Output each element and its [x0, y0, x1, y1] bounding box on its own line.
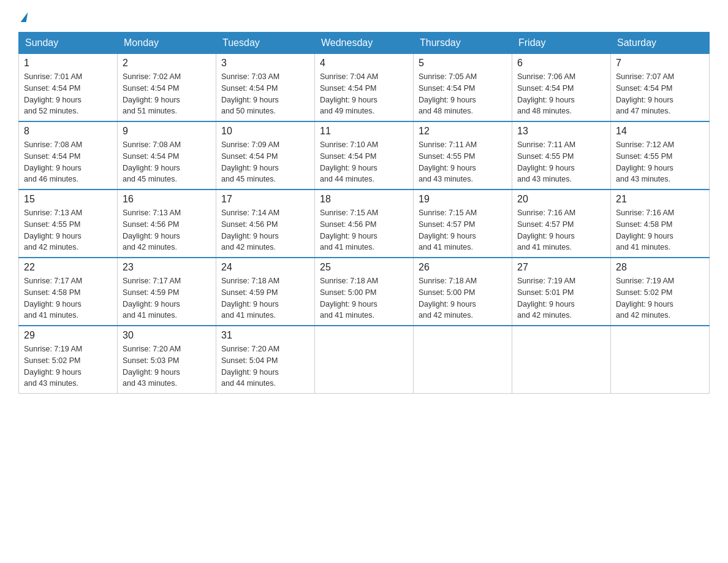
day-number: 19 [419, 194, 507, 205]
calendar-cell: 16 Sunrise: 7:13 AM Sunset: 4:56 PM Dayl… [118, 190, 216, 258]
day-number: 12 [419, 126, 507, 137]
calendar-cell [315, 326, 414, 394]
day-info: Sunrise: 7:02 AM Sunset: 4:54 PM Dayligh… [123, 71, 211, 117]
day-number: 23 [123, 262, 211, 273]
day-info: Sunrise: 7:11 AM Sunset: 4:55 PM Dayligh… [517, 139, 605, 185]
calendar-cell: 24 Sunrise: 7:18 AM Sunset: 4:59 PM Dayl… [216, 258, 315, 326]
day-number: 20 [517, 194, 605, 205]
calendar-cell: 18 Sunrise: 7:15 AM Sunset: 4:56 PM Dayl… [315, 190, 414, 258]
calendar-dow-monday: Monday [118, 33, 216, 54]
day-number: 7 [616, 58, 704, 69]
calendar-cell: 10 Sunrise: 7:09 AM Sunset: 4:54 PM Dayl… [216, 121, 315, 190]
day-number: 18 [320, 194, 408, 205]
day-info: Sunrise: 7:15 AM Sunset: 4:57 PM Dayligh… [419, 207, 507, 253]
calendar-week-4: 22 Sunrise: 7:17 AM Sunset: 4:58 PM Dayl… [19, 258, 710, 326]
day-info: Sunrise: 7:14 AM Sunset: 4:56 PM Dayligh… [221, 207, 309, 253]
day-number: 1 [24, 58, 112, 69]
day-number: 8 [24, 126, 112, 137]
calendar-week-5: 29 Sunrise: 7:19 AM Sunset: 5:02 PM Dayl… [19, 326, 710, 394]
calendar-cell: 14 Sunrise: 7:12 AM Sunset: 4:55 PM Dayl… [611, 121, 710, 190]
day-number: 10 [221, 126, 309, 137]
day-number: 24 [221, 262, 309, 273]
calendar-cell: 31 Sunrise: 7:20 AM Sunset: 5:04 PM Dayl… [216, 326, 315, 394]
day-number: 16 [123, 194, 211, 205]
day-info: Sunrise: 7:20 AM Sunset: 5:04 PM Dayligh… [221, 343, 309, 389]
calendar-cell: 2 Sunrise: 7:02 AM Sunset: 4:54 PM Dayli… [118, 54, 216, 122]
day-number: 27 [517, 262, 605, 273]
day-number: 29 [24, 330, 112, 341]
day-number: 9 [123, 126, 211, 137]
calendar-cell: 27 Sunrise: 7:19 AM Sunset: 5:01 PM Dayl… [512, 258, 611, 326]
calendar-cell: 3 Sunrise: 7:03 AM Sunset: 4:54 PM Dayli… [216, 54, 315, 122]
calendar-cell: 13 Sunrise: 7:11 AM Sunset: 4:55 PM Dayl… [512, 121, 611, 190]
calendar-dow-tuesday: Tuesday [216, 33, 315, 54]
calendar-dow-thursday: Thursday [414, 33, 512, 54]
calendar-dow-friday: Friday [512, 33, 611, 54]
calendar-cell: 1 Sunrise: 7:01 AM Sunset: 4:54 PM Dayli… [19, 54, 118, 122]
day-info: Sunrise: 7:10 AM Sunset: 4:54 PM Dayligh… [320, 139, 408, 185]
day-info: Sunrise: 7:19 AM Sunset: 5:01 PM Dayligh… [517, 275, 605, 321]
calendar-cell: 4 Sunrise: 7:04 AM Sunset: 4:54 PM Dayli… [315, 54, 414, 122]
day-info: Sunrise: 7:09 AM Sunset: 4:54 PM Dayligh… [221, 139, 309, 185]
day-info: Sunrise: 7:20 AM Sunset: 5:03 PM Dayligh… [123, 343, 211, 389]
calendar-cell: 20 Sunrise: 7:16 AM Sunset: 4:57 PM Dayl… [512, 190, 611, 258]
day-number: 31 [221, 330, 309, 341]
day-info: Sunrise: 7:06 AM Sunset: 4:54 PM Dayligh… [517, 71, 605, 117]
day-info: Sunrise: 7:16 AM Sunset: 4:57 PM Dayligh… [517, 207, 605, 253]
day-info: Sunrise: 7:13 AM Sunset: 4:56 PM Dayligh… [123, 207, 211, 253]
day-info: Sunrise: 7:15 AM Sunset: 4:56 PM Dayligh… [320, 207, 408, 253]
calendar-cell: 8 Sunrise: 7:08 AM Sunset: 4:54 PM Dayli… [19, 121, 118, 190]
calendar-cell: 26 Sunrise: 7:18 AM Sunset: 5:00 PM Dayl… [414, 258, 512, 326]
day-number: 28 [616, 262, 704, 273]
day-number: 6 [517, 58, 605, 69]
day-number: 21 [616, 194, 704, 205]
calendar-cell: 15 Sunrise: 7:13 AM Sunset: 4:55 PM Dayl… [19, 190, 118, 258]
day-info: Sunrise: 7:19 AM Sunset: 5:02 PM Dayligh… [616, 275, 704, 321]
day-info: Sunrise: 7:12 AM Sunset: 4:55 PM Dayligh… [616, 139, 704, 185]
calendar-cell: 23 Sunrise: 7:17 AM Sunset: 4:59 PM Dayl… [118, 258, 216, 326]
day-number: 17 [221, 194, 309, 205]
calendar-cell: 28 Sunrise: 7:19 AM Sunset: 5:02 PM Dayl… [611, 258, 710, 326]
page-header [18, 12, 710, 20]
calendar-cell [512, 326, 611, 394]
day-number: 11 [320, 126, 408, 137]
calendar-cell [414, 326, 512, 394]
day-info: Sunrise: 7:18 AM Sunset: 4:59 PM Dayligh… [221, 275, 309, 321]
day-number: 15 [24, 194, 112, 205]
day-info: Sunrise: 7:05 AM Sunset: 4:54 PM Dayligh… [419, 71, 507, 117]
day-info: Sunrise: 7:18 AM Sunset: 5:00 PM Dayligh… [320, 275, 408, 321]
calendar-dow-sunday: Sunday [19, 33, 118, 54]
day-number: 22 [24, 262, 112, 273]
day-info: Sunrise: 7:08 AM Sunset: 4:54 PM Dayligh… [123, 139, 211, 185]
day-info: Sunrise: 7:11 AM Sunset: 4:55 PM Dayligh… [419, 139, 507, 185]
calendar-cell: 29 Sunrise: 7:19 AM Sunset: 5:02 PM Dayl… [19, 326, 118, 394]
logo [18, 12, 27, 20]
calendar-week-2: 8 Sunrise: 7:08 AM Sunset: 4:54 PM Dayli… [19, 121, 710, 190]
calendar-cell: 25 Sunrise: 7:18 AM Sunset: 5:00 PM Dayl… [315, 258, 414, 326]
day-info: Sunrise: 7:08 AM Sunset: 4:54 PM Dayligh… [24, 139, 112, 185]
day-number: 26 [419, 262, 507, 273]
day-number: 5 [419, 58, 507, 69]
calendar-cell: 5 Sunrise: 7:05 AM Sunset: 4:54 PM Dayli… [414, 54, 512, 122]
calendar-cell: 7 Sunrise: 7:07 AM Sunset: 4:54 PM Dayli… [611, 54, 710, 122]
calendar-cell: 12 Sunrise: 7:11 AM Sunset: 4:55 PM Dayl… [414, 121, 512, 190]
day-info: Sunrise: 7:01 AM Sunset: 4:54 PM Dayligh… [24, 71, 112, 117]
calendar-cell: 17 Sunrise: 7:14 AM Sunset: 4:56 PM Dayl… [216, 190, 315, 258]
day-number: 2 [123, 58, 211, 69]
calendar-cell: 30 Sunrise: 7:20 AM Sunset: 5:03 PM Dayl… [118, 326, 216, 394]
calendar-cell: 19 Sunrise: 7:15 AM Sunset: 4:57 PM Dayl… [414, 190, 512, 258]
day-info: Sunrise: 7:16 AM Sunset: 4:58 PM Dayligh… [616, 207, 704, 253]
day-info: Sunrise: 7:17 AM Sunset: 4:59 PM Dayligh… [123, 275, 211, 321]
calendar-cell: 11 Sunrise: 7:10 AM Sunset: 4:54 PM Dayl… [315, 121, 414, 190]
day-info: Sunrise: 7:19 AM Sunset: 5:02 PM Dayligh… [24, 343, 112, 389]
calendar-cell: 22 Sunrise: 7:17 AM Sunset: 4:58 PM Dayl… [19, 258, 118, 326]
calendar-week-3: 15 Sunrise: 7:13 AM Sunset: 4:55 PM Dayl… [19, 190, 710, 258]
day-number: 3 [221, 58, 309, 69]
calendar-week-1: 1 Sunrise: 7:01 AM Sunset: 4:54 PM Dayli… [19, 54, 710, 122]
day-number: 14 [616, 126, 704, 137]
day-number: 4 [320, 58, 408, 69]
day-info: Sunrise: 7:03 AM Sunset: 4:54 PM Dayligh… [221, 71, 309, 117]
day-info: Sunrise: 7:17 AM Sunset: 4:58 PM Dayligh… [24, 275, 112, 321]
day-number: 25 [320, 262, 408, 273]
day-info: Sunrise: 7:07 AM Sunset: 4:54 PM Dayligh… [616, 71, 704, 117]
